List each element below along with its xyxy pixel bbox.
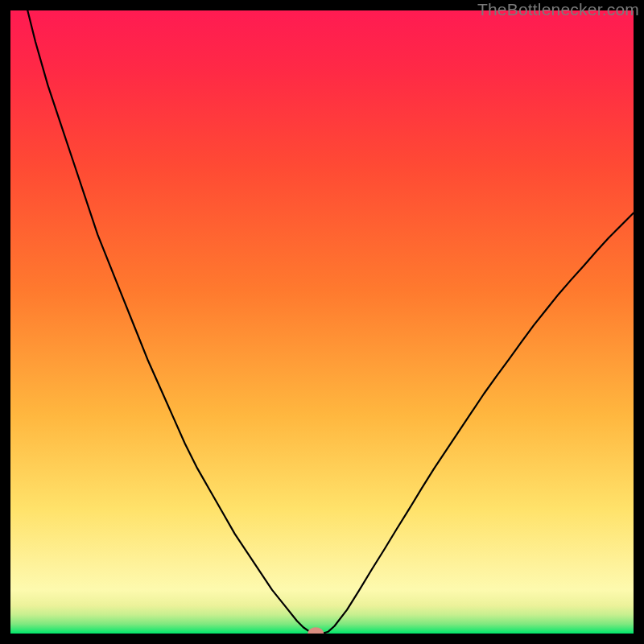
bottleneck-chart	[10, 10, 634, 634]
chart-frame	[10, 10, 634, 634]
chart-background	[10, 10, 634, 634]
watermark-text: TheBottlenecker.com	[477, 0, 639, 19]
